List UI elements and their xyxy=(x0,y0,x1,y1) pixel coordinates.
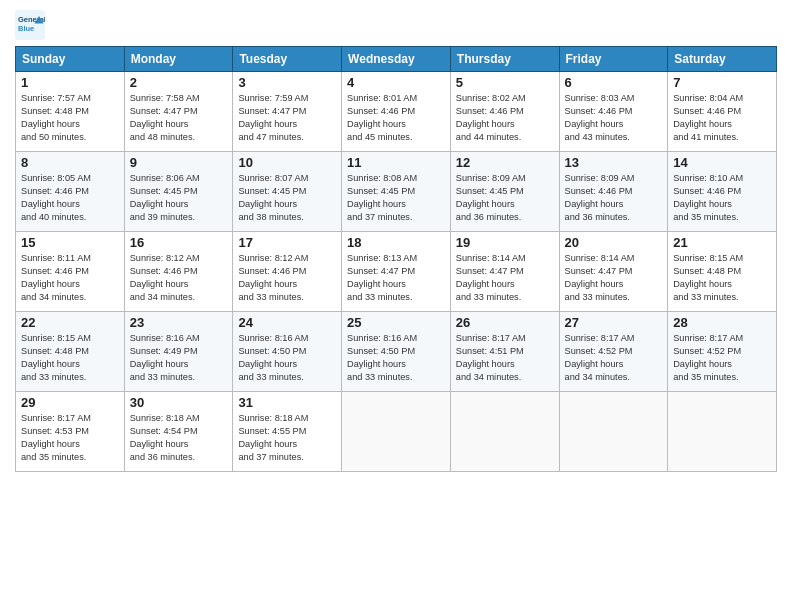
day-info: Sunrise: 8:14 AM Sunset: 4:47 PM Dayligh… xyxy=(456,252,554,304)
calendar-cell xyxy=(668,392,777,472)
day-info: Sunrise: 8:17 AM Sunset: 4:53 PM Dayligh… xyxy=(21,412,119,464)
day-number: 7 xyxy=(673,75,771,90)
day-info: Sunrise: 8:17 AM Sunset: 4:52 PM Dayligh… xyxy=(565,332,663,384)
calendar-cell: 21 Sunrise: 8:15 AM Sunset: 4:48 PM Dayl… xyxy=(668,232,777,312)
day-number: 29 xyxy=(21,395,119,410)
calendar-cell: 4 Sunrise: 8:01 AM Sunset: 4:46 PM Dayli… xyxy=(342,72,451,152)
day-info: Sunrise: 8:08 AM Sunset: 4:45 PM Dayligh… xyxy=(347,172,445,224)
day-number: 3 xyxy=(238,75,336,90)
calendar-week-row: 8 Sunrise: 8:05 AM Sunset: 4:46 PM Dayli… xyxy=(16,152,777,232)
calendar-week-row: 1 Sunrise: 7:57 AM Sunset: 4:48 PM Dayli… xyxy=(16,72,777,152)
calendar-cell: 28 Sunrise: 8:17 AM Sunset: 4:52 PM Dayl… xyxy=(668,312,777,392)
day-info: Sunrise: 8:12 AM Sunset: 4:46 PM Dayligh… xyxy=(130,252,228,304)
day-info: Sunrise: 8:09 AM Sunset: 4:46 PM Dayligh… xyxy=(565,172,663,224)
svg-text:Blue: Blue xyxy=(18,24,34,33)
calendar-cell: 14 Sunrise: 8:10 AM Sunset: 4:46 PM Dayl… xyxy=(668,152,777,232)
calendar-cell xyxy=(342,392,451,472)
day-info: Sunrise: 8:05 AM Sunset: 4:46 PM Dayligh… xyxy=(21,172,119,224)
day-number: 10 xyxy=(238,155,336,170)
calendar-cell: 7 Sunrise: 8:04 AM Sunset: 4:46 PM Dayli… xyxy=(668,72,777,152)
calendar-cell: 3 Sunrise: 7:59 AM Sunset: 4:47 PM Dayli… xyxy=(233,72,342,152)
day-info: Sunrise: 8:15 AM Sunset: 4:48 PM Dayligh… xyxy=(21,332,119,384)
day-number: 23 xyxy=(130,315,228,330)
day-number: 14 xyxy=(673,155,771,170)
calendar-cell: 18 Sunrise: 8:13 AM Sunset: 4:47 PM Dayl… xyxy=(342,232,451,312)
calendar-cell: 29 Sunrise: 8:17 AM Sunset: 4:53 PM Dayl… xyxy=(16,392,125,472)
calendar-cell: 27 Sunrise: 8:17 AM Sunset: 4:52 PM Dayl… xyxy=(559,312,668,392)
day-info: Sunrise: 8:10 AM Sunset: 4:46 PM Dayligh… xyxy=(673,172,771,224)
day-info: Sunrise: 8:14 AM Sunset: 4:47 PM Dayligh… xyxy=(565,252,663,304)
weekday-header-tuesday: Tuesday xyxy=(233,47,342,72)
weekday-header-sunday: Sunday xyxy=(16,47,125,72)
weekday-header-saturday: Saturday xyxy=(668,47,777,72)
calendar-cell: 15 Sunrise: 8:11 AM Sunset: 4:46 PM Dayl… xyxy=(16,232,125,312)
calendar-cell: 24 Sunrise: 8:16 AM Sunset: 4:50 PM Dayl… xyxy=(233,312,342,392)
calendar-cell: 25 Sunrise: 8:16 AM Sunset: 4:50 PM Dayl… xyxy=(342,312,451,392)
day-info: Sunrise: 8:07 AM Sunset: 4:45 PM Dayligh… xyxy=(238,172,336,224)
calendar-cell: 10 Sunrise: 8:07 AM Sunset: 4:45 PM Dayl… xyxy=(233,152,342,232)
day-info: Sunrise: 8:18 AM Sunset: 4:54 PM Dayligh… xyxy=(130,412,228,464)
header: General Blue xyxy=(15,10,777,40)
day-number: 6 xyxy=(565,75,663,90)
day-info: Sunrise: 8:02 AM Sunset: 4:46 PM Dayligh… xyxy=(456,92,554,144)
day-info: Sunrise: 8:01 AM Sunset: 4:46 PM Dayligh… xyxy=(347,92,445,144)
calendar-table: SundayMondayTuesdayWednesdayThursdayFrid… xyxy=(15,46,777,472)
day-number: 4 xyxy=(347,75,445,90)
calendar-cell: 22 Sunrise: 8:15 AM Sunset: 4:48 PM Dayl… xyxy=(16,312,125,392)
day-number: 16 xyxy=(130,235,228,250)
calendar-cell: 8 Sunrise: 8:05 AM Sunset: 4:46 PM Dayli… xyxy=(16,152,125,232)
weekday-header-monday: Monday xyxy=(124,47,233,72)
day-number: 12 xyxy=(456,155,554,170)
day-number: 22 xyxy=(21,315,119,330)
calendar-cell: 11 Sunrise: 8:08 AM Sunset: 4:45 PM Dayl… xyxy=(342,152,451,232)
day-number: 21 xyxy=(673,235,771,250)
day-number: 30 xyxy=(130,395,228,410)
calendar-cell: 20 Sunrise: 8:14 AM Sunset: 4:47 PM Dayl… xyxy=(559,232,668,312)
calendar-cell: 1 Sunrise: 7:57 AM Sunset: 4:48 PM Dayli… xyxy=(16,72,125,152)
day-number: 5 xyxy=(456,75,554,90)
calendar-cell: 30 Sunrise: 8:18 AM Sunset: 4:54 PM Dayl… xyxy=(124,392,233,472)
day-info: Sunrise: 7:58 AM Sunset: 4:47 PM Dayligh… xyxy=(130,92,228,144)
day-number: 15 xyxy=(21,235,119,250)
day-info: Sunrise: 7:59 AM Sunset: 4:47 PM Dayligh… xyxy=(238,92,336,144)
day-number: 18 xyxy=(347,235,445,250)
calendar-week-row: 29 Sunrise: 8:17 AM Sunset: 4:53 PM Dayl… xyxy=(16,392,777,472)
day-number: 17 xyxy=(238,235,336,250)
day-info: Sunrise: 8:17 AM Sunset: 4:51 PM Dayligh… xyxy=(456,332,554,384)
day-info: Sunrise: 8:06 AM Sunset: 4:45 PM Dayligh… xyxy=(130,172,228,224)
calendar-cell: 13 Sunrise: 8:09 AM Sunset: 4:46 PM Dayl… xyxy=(559,152,668,232)
weekday-header-wednesday: Wednesday xyxy=(342,47,451,72)
day-info: Sunrise: 8:17 AM Sunset: 4:52 PM Dayligh… xyxy=(673,332,771,384)
day-info: Sunrise: 8:18 AM Sunset: 4:55 PM Dayligh… xyxy=(238,412,336,464)
calendar-cell: 23 Sunrise: 8:16 AM Sunset: 4:49 PM Dayl… xyxy=(124,312,233,392)
day-number: 11 xyxy=(347,155,445,170)
day-number: 24 xyxy=(238,315,336,330)
day-info: Sunrise: 8:15 AM Sunset: 4:48 PM Dayligh… xyxy=(673,252,771,304)
calendar-cell: 26 Sunrise: 8:17 AM Sunset: 4:51 PM Dayl… xyxy=(450,312,559,392)
weekday-header-row: SundayMondayTuesdayWednesdayThursdayFrid… xyxy=(16,47,777,72)
calendar-cell: 5 Sunrise: 8:02 AM Sunset: 4:46 PM Dayli… xyxy=(450,72,559,152)
day-number: 26 xyxy=(456,315,554,330)
day-number: 9 xyxy=(130,155,228,170)
weekday-header-friday: Friday xyxy=(559,47,668,72)
calendar-cell xyxy=(559,392,668,472)
day-info: Sunrise: 8:16 AM Sunset: 4:50 PM Dayligh… xyxy=(238,332,336,384)
calendar-cell: 6 Sunrise: 8:03 AM Sunset: 4:46 PM Dayli… xyxy=(559,72,668,152)
day-number: 2 xyxy=(130,75,228,90)
day-number: 27 xyxy=(565,315,663,330)
calendar-cell: 12 Sunrise: 8:09 AM Sunset: 4:45 PM Dayl… xyxy=(450,152,559,232)
calendar-cell xyxy=(450,392,559,472)
day-number: 31 xyxy=(238,395,336,410)
day-info: Sunrise: 8:03 AM Sunset: 4:46 PM Dayligh… xyxy=(565,92,663,144)
day-info: Sunrise: 8:09 AM Sunset: 4:45 PM Dayligh… xyxy=(456,172,554,224)
logo-area: General Blue xyxy=(15,10,49,40)
calendar-week-row: 22 Sunrise: 8:15 AM Sunset: 4:48 PM Dayl… xyxy=(16,312,777,392)
day-number: 19 xyxy=(456,235,554,250)
logo-icon: General Blue xyxy=(15,10,45,40)
day-info: Sunrise: 8:16 AM Sunset: 4:50 PM Dayligh… xyxy=(347,332,445,384)
calendar-week-row: 15 Sunrise: 8:11 AM Sunset: 4:46 PM Dayl… xyxy=(16,232,777,312)
day-number: 8 xyxy=(21,155,119,170)
day-info: Sunrise: 8:16 AM Sunset: 4:49 PM Dayligh… xyxy=(130,332,228,384)
day-number: 13 xyxy=(565,155,663,170)
calendar-cell: 31 Sunrise: 8:18 AM Sunset: 4:55 PM Dayl… xyxy=(233,392,342,472)
